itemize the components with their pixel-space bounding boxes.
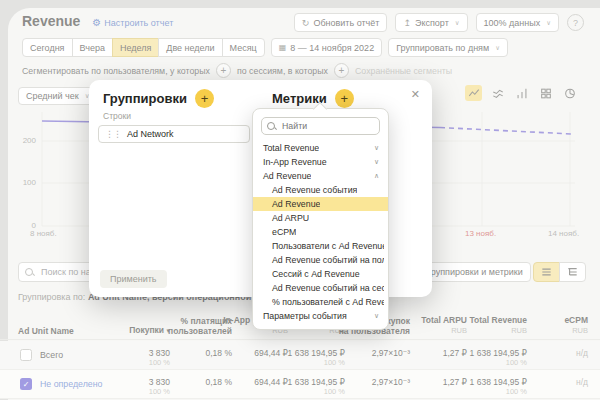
metric-item[interactable]: Ad Revenue событий на пользовате… (253, 253, 388, 267)
metric-item[interactable]: Параметры события∨ (253, 309, 388, 323)
chevron-up-icon: ∧ (374, 172, 379, 180)
metric-item[interactable]: % пользователей с Ad Revenue (253, 295, 388, 309)
groupings-subtitle: Строки (103, 111, 214, 121)
drag-handle-icon[interactable]: ⋮⋮ (105, 129, 121, 139)
chevron-down-icon: ∨ (374, 158, 379, 166)
grouping-item-ad-network[interactable]: ⋮⋮ Ad Network (98, 125, 250, 143)
metrics-search[interactable] (261, 117, 380, 135)
close-icon[interactable]: ✕ (411, 89, 420, 100)
app-window: Revenue ⚙ Настроить отчет ↻ Обновить отч… (0, 0, 600, 400)
metric-item[interactable]: Ad ARPU (253, 211, 388, 225)
metrics-search-input[interactable] (280, 120, 374, 132)
chevron-down-icon: ∨ (374, 144, 379, 152)
metric-item[interactable]: Пользователи с Ad Revenue (253, 239, 388, 253)
groupings-column: Группировки + Строки (103, 89, 214, 121)
metric-item-expanded[interactable]: Ad Revenue∧ (253, 169, 388, 183)
add-grouping-icon[interactable]: + (195, 89, 214, 108)
add-metric-icon[interactable]: + (335, 89, 354, 108)
metric-item[interactable]: Ad Revenue события (253, 183, 388, 197)
groupings-title: Группировки (103, 91, 187, 106)
search-icon (267, 122, 276, 131)
metrics-dropdown: Total Revenue∨ In-App Revenue∨ Ad Revenu… (252, 108, 389, 330)
apply-button[interactable]: Применить (100, 270, 167, 288)
metric-item[interactable]: Ad Revenue событий на сессию (253, 281, 388, 295)
metric-item[interactable]: In-App Revenue∨ (253, 155, 388, 169)
metrics-list: Total Revenue∨ In-App Revenue∨ Ad Revenu… (253, 141, 388, 323)
grouping-item-label: Ad Network (127, 129, 174, 139)
metric-item[interactable]: eCPM (253, 225, 388, 239)
metric-item-selected[interactable]: Ad Revenue (253, 197, 388, 211)
chevron-down-icon: ∨ (374, 312, 379, 320)
metric-item[interactable]: Total Revenue∨ (253, 141, 388, 155)
metric-item[interactable]: Сессий с Ad Revenue (253, 267, 388, 281)
